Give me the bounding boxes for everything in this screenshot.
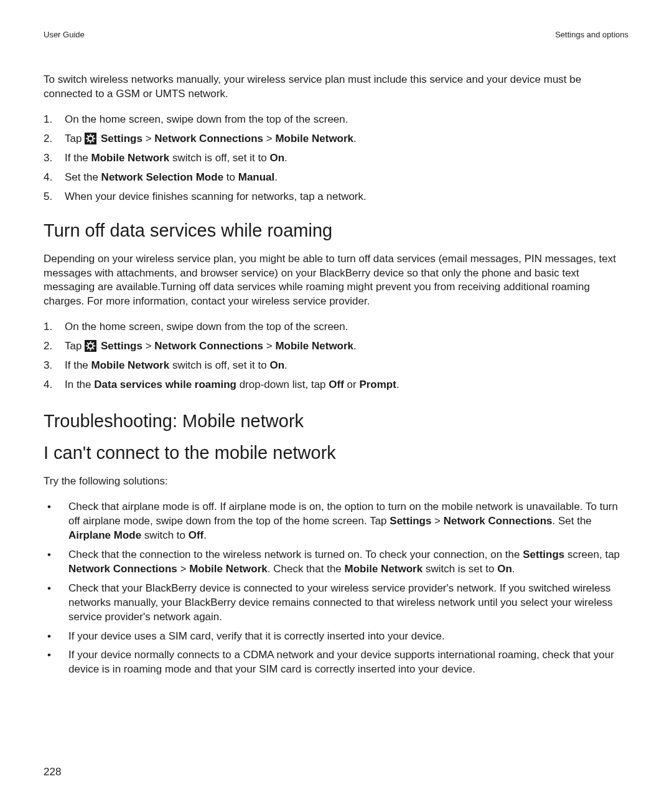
separator: > — [431, 515, 443, 527]
heading-roaming: Turn off data services while roaming — [44, 220, 628, 241]
gear-icon — [85, 340, 96, 352]
bullet-icon: • — [44, 582, 68, 625]
list-item: 2. Tap Settings > Network Connections > … — [44, 339, 628, 354]
step-text: When your device finishes scanning for n… — [65, 190, 628, 204]
switch-network-steps: 1. On the home screen, swipe down from t… — [44, 113, 628, 204]
settings-label: Settings — [390, 515, 431, 527]
mobile-network-label: Mobile Network — [275, 340, 353, 352]
heading-cant-connect: I can't connect to the mobile network — [44, 443, 628, 463]
step-text: If the Mobile Network switch is off, set… — [65, 359, 628, 373]
bullet-text: If your device normally connects to a CD… — [68, 648, 628, 677]
step-number: 3. — [44, 151, 65, 166]
step-text: On the home screen, swipe down from the … — [65, 320, 628, 334]
text: If the — [65, 152, 91, 164]
page-number: 228 — [44, 766, 61, 778]
step-text: In the Data services while roaming drop-… — [65, 378, 628, 392]
bullet-icon: • — [44, 630, 68, 644]
off-label: Off — [189, 529, 204, 541]
mobile-network-label: Mobile Network — [91, 359, 170, 371]
network-connections-label: Network Connections — [68, 563, 177, 575]
network-selection-mode-label: Network Selection Mode — [101, 171, 223, 183]
list-item: • If your device normally connects to a … — [44, 648, 628, 677]
data-services-label: Data services while roaming — [94, 379, 236, 390]
text: In the — [65, 379, 94, 390]
text: to — [223, 171, 238, 183]
text: Tap — [65, 340, 85, 352]
solutions-list: • Check that airplane mode is off. If ai… — [44, 500, 628, 677]
list-item: 3. If the Mobile Network switch is off, … — [44, 151, 628, 166]
text: . — [353, 133, 357, 144]
header-right: Settings and options — [555, 30, 628, 39]
list-item: 4. Set the Network Selection Mode to Man… — [44, 171, 628, 185]
settings-label: Settings — [101, 340, 142, 352]
separator: > — [142, 340, 154, 352]
separator: > — [263, 133, 275, 144]
list-item: 2. Tap Settings > Network Connections > … — [44, 132, 628, 146]
intro-paragraph: To switch wireless networks manually, yo… — [44, 73, 628, 101]
airplane-mode-label: Airplane Mode — [68, 529, 141, 541]
bullet-text: Check that the connection to the wireles… — [68, 548, 628, 577]
step-text: On the home screen, swipe down from the … — [65, 113, 628, 127]
mobile-network-label: Mobile Network — [91, 152, 170, 164]
step-number: 2. — [44, 339, 65, 354]
step-number: 4. — [44, 378, 65, 392]
text: . — [203, 529, 207, 541]
heading-troubleshooting: Troubleshooting: Mobile network — [44, 411, 628, 432]
page: User Guide Settings and options To switc… — [0, 0, 672, 807]
separator: > — [177, 563, 189, 575]
bullet-icon: • — [44, 648, 68, 677]
text: . — [284, 152, 287, 164]
header-left: User Guide — [44, 30, 85, 39]
list-item: • Check that your BlackBerry device is c… — [44, 582, 628, 625]
network-connections-label: Network Connections — [154, 133, 263, 144]
settings-label: Settings — [101, 133, 142, 144]
list-item: • Check that airplane mode is off. If ai… — [44, 500, 628, 543]
text: switch is off, set it to — [169, 359, 269, 371]
list-item: 4. In the Data services while roaming dr… — [44, 378, 628, 392]
step-text: If the Mobile Network switch is off, set… — [65, 151, 628, 166]
text: Tap — [65, 133, 85, 144]
list-item: 3. If the Mobile Network switch is off, … — [44, 359, 628, 373]
text: switch to — [141, 529, 189, 541]
text: . — [353, 340, 357, 352]
step-text: Set the Network Selection Mode to Manual… — [65, 171, 628, 185]
text: Check that the connection to the wireles… — [68, 549, 523, 560]
step-number: 3. — [44, 359, 65, 373]
text: . Check that the — [268, 563, 345, 575]
mobile-network-label: Mobile Network — [345, 563, 423, 575]
text: If the — [65, 359, 91, 371]
step-number: 1. — [44, 113, 65, 127]
step-text: Tap Settings > Network Connections > Mob… — [65, 132, 628, 146]
on-label: On — [269, 359, 284, 371]
network-connections-label: Network Connections — [444, 515, 553, 527]
gear-icon — [85, 133, 96, 144]
settings-label: Settings — [523, 549, 564, 560]
text: . — [274, 171, 278, 183]
step-text: Tap Settings > Network Connections > Mob… — [65, 339, 628, 354]
on-label: On — [497, 563, 512, 575]
bullet-text: Check that your BlackBerry device is con… — [68, 582, 628, 625]
text: or — [344, 379, 360, 390]
step-number: 5. — [44, 190, 65, 204]
manual-label: Manual — [238, 171, 275, 183]
bullet-icon: • — [44, 500, 68, 543]
bullet-icon: • — [44, 548, 68, 577]
text: Set the — [65, 171, 101, 183]
list-item: • If your device uses a SIM card, verify… — [44, 630, 628, 644]
on-label: On — [269, 152, 284, 164]
list-item: 5. When your device finishes scanning fo… — [44, 190, 628, 204]
page-header: User Guide Settings and options — [44, 30, 628, 39]
try-line: Try the following solutions: — [44, 474, 628, 489]
text: drop-down list, tap — [236, 379, 329, 390]
text: screen, tap — [564, 549, 620, 560]
text: . Set the — [552, 515, 591, 527]
roaming-paragraph: Depending on your wireless service plan,… — [44, 252, 628, 309]
text: switch is off, set it to — [169, 152, 269, 164]
prompt-label: Prompt — [359, 379, 396, 390]
text: . — [396, 379, 399, 390]
step-number: 4. — [44, 171, 65, 185]
separator: > — [142, 133, 154, 144]
off-label: Off — [329, 379, 344, 390]
step-number: 2. — [44, 132, 65, 146]
text: . — [512, 563, 515, 575]
